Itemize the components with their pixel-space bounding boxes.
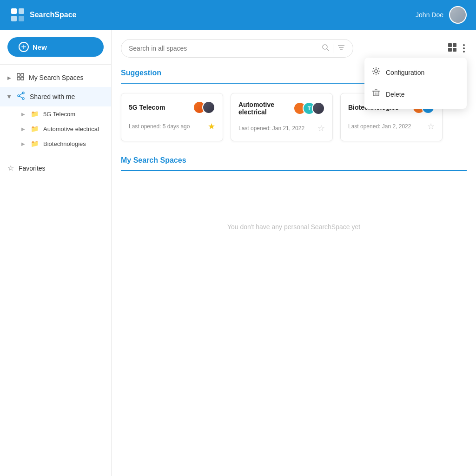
sidebar-sub-item-5g[interactable]: ▶ 📁 5G Telecom [0,106,111,121]
svg-rect-21 [453,48,456,52]
grid-view-button[interactable] [447,42,457,55]
card-5g-date: Last opened: 5 days ago [129,123,190,130]
search-bar [121,39,353,58]
chevron-sub-icon-bio: ▶ [21,141,25,146]
card-auto-avatar-dark [312,102,325,115]
my-search-spaces-section-title: My Search Spaces [121,156,467,165]
delete-label: Delete [386,91,404,98]
dropdown-item-delete[interactable]: Delete [364,83,467,105]
sidebar-sub-item-automotive[interactable]: ▶ 📁 Automotive electrical [0,121,111,136]
logo-text: SearchSpace [30,11,77,19]
svg-line-14 [327,49,329,51]
dropdown-menu: Configuration Delete [364,58,467,109]
layout: + New ▶ My Search Spaces ▶ [0,30,476,476]
avatar [449,6,467,24]
plus-icon: + [19,42,29,52]
card-bio-date: Last opened: Jan 2, 2022 [348,123,411,130]
card-5g-title: 5G Telecom [129,104,193,111]
card-5g-avatars [193,101,215,114]
card-5g-footer: Last opened: 5 days ago ★ [129,121,215,132]
svg-point-9 [18,95,20,97]
shared-with-me-label: Shared with me [30,93,75,100]
grid-icon [17,73,24,82]
sidebar: + New ▶ My Search Spaces ▶ [0,30,112,476]
sidebar-item-favorites[interactable]: ☆ Favorites [0,159,111,177]
card-auto-footer: Last opened: Jan 21, 2022 ☆ [238,123,325,133]
user-name: John Doe [416,11,443,19]
svg-rect-7 [21,77,24,80]
main-inner: Configuration Delete [112,30,476,283]
card-auto-date: Last opened: Jan 21, 2022 [238,125,304,132]
search-divider [333,44,333,53]
chevron-sub-icon-auto: ▶ [21,126,25,132]
star-icon: ☆ [7,164,14,172]
gear-icon [372,67,380,78]
sidebar-item-shared-with-me[interactable]: ▶ Shared with me [0,87,111,106]
folder-icon-auto: 📁 [31,125,39,132]
card-auto-title: Automotive electrical [238,101,293,116]
chevron-right-icon: ▶ [7,75,11,80]
main-content: Configuration Delete [112,30,476,476]
filter-icon[interactable] [337,43,345,53]
avatar-image [450,7,466,23]
new-button[interactable]: + New [7,37,104,57]
share-icon [17,92,25,102]
my-search-spaces-label: My Search Spaces [29,74,84,81]
my-search-spaces-divider [121,170,467,171]
svg-line-12 [20,96,22,98]
sidebar-item-my-search-spaces[interactable]: ▶ My Search Spaces [0,68,111,87]
card-bio-star[interactable]: ☆ [427,121,435,132]
svg-line-11 [20,93,22,95]
empty-state-text: You don't have any personal SearchSpace … [227,223,360,231]
search-bar-row [121,39,467,58]
svg-rect-1 [19,8,24,14]
sub-item-label-5g: 5G Telecom [43,111,75,118]
search-input[interactable] [129,45,318,52]
svg-point-22 [375,70,377,73]
card-bio-footer: Last opened: Jan 2, 2022 ☆ [348,121,435,132]
new-button-label: New [33,43,47,51]
configuration-label: Configuration [386,69,424,76]
card-5g-header: 5G Telecom [129,101,215,114]
card-avatar-dark [202,101,215,114]
svg-rect-19 [453,43,456,47]
svg-rect-18 [448,43,452,47]
card-auto-avatars: T [293,102,325,115]
svg-rect-6 [17,77,20,80]
sub-item-label-bio: Biotechnologies [43,140,86,147]
folder-icon-5g: 📁 [31,110,39,118]
favorites-label: Favorites [19,165,46,172]
logo: SearchSpace [9,7,77,23]
header-right: John Doe [416,6,467,24]
svg-rect-5 [21,73,24,76]
card-automotive[interactable]: Automotive electrical T Last opened: Jan… [231,93,333,141]
card-5g-telecom[interactable]: 5G Telecom Last opened: 5 days ago ★ [121,93,223,141]
sidebar-divider-2 [0,155,111,155]
svg-rect-2 [11,16,17,21]
svg-point-10 [22,98,24,99]
chevron-down-icon: ▶ [7,95,12,99]
card-auto-header: Automotive electrical T [238,101,325,116]
svg-rect-20 [448,48,452,52]
svg-rect-3 [19,16,24,21]
folder-icon-bio: 📁 [31,140,39,147]
header: SearchSpace John Doe [0,0,476,30]
svg-rect-23 [373,91,379,96]
header-left: SearchSpace [9,7,77,23]
sub-item-label-auto: Automotive electrical [43,126,99,132]
more-options-button[interactable] [461,42,467,54]
svg-rect-4 [17,73,20,76]
card-5g-star[interactable]: ★ [208,121,215,132]
svg-rect-0 [11,8,17,14]
svg-point-8 [22,92,24,94]
logo-icon [9,7,26,23]
trash-icon [372,89,380,99]
sidebar-sub-item-bio[interactable]: ▶ 📁 Biotechnologies [0,136,111,151]
chevron-sub-icon-5g: ▶ [21,112,25,117]
search-icon [322,44,329,53]
empty-state: You don't have any personal SearchSpace … [121,180,467,273]
card-auto-star[interactable]: ☆ [317,123,325,133]
dropdown-item-configuration[interactable]: Configuration [364,61,467,83]
sidebar-divider-1 [0,64,111,65]
